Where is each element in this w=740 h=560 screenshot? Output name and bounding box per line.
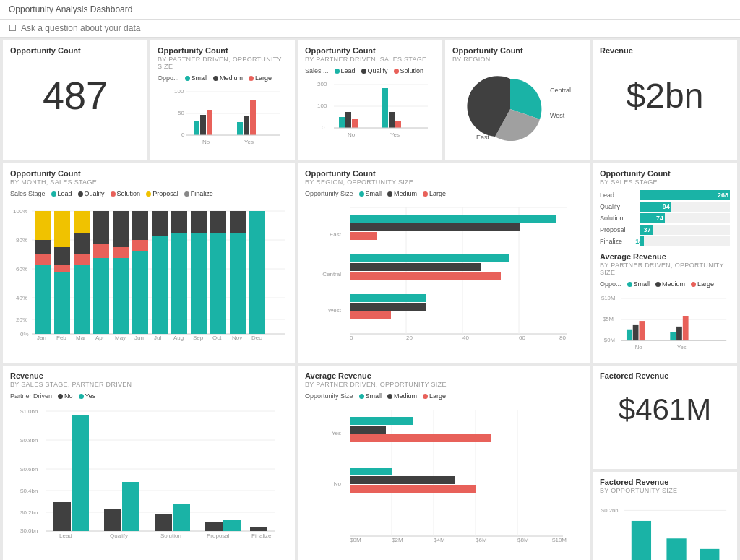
opp-month-chart: 100% 80% 60% 40% 20% 0%: [10, 200, 288, 341]
svg-rect-64: [132, 240, 148, 251]
svg-rect-166: [350, 434, 491, 442]
svg-rect-105: [350, 263, 481, 271]
svg-rect-109: [350, 303, 426, 311]
lead-legend: Lead: [51, 190, 72, 197]
opp-region-pie: Central West East: [452, 67, 582, 147]
avg-revenue-chart: $10M $5M $0M No Yes: [600, 290, 730, 356]
avg-rev-card-legend: Opportunity Size Small Medium Large: [305, 392, 582, 400]
svg-rect-176: [666, 538, 686, 560]
rev-stage-subtitle: BY SALES STAGE, PARTNER DRIVEN: [10, 381, 288, 388]
svg-text:$6M: $6M: [476, 537, 487, 543]
avg-revenue-subtitle: BY PARTNER DRIVEN, OPPORTUNITY SIZE: [600, 262, 730, 276]
rev-stage-title: Revenue: [10, 371, 288, 380]
svg-text:No: No: [348, 132, 356, 138]
svg-rect-100: [350, 215, 556, 223]
opp-region-title: Opportunity Count: [452, 46, 582, 55]
region-size-title: Opportunity Count: [305, 169, 582, 178]
app-title: Opportunity Analysis Dashboard: [9, 4, 132, 14]
card-factored-small: Factored Revenue BY OPPORTUNITY SIZE $0.…: [593, 472, 737, 560]
svg-rect-169: [350, 476, 455, 484]
region-size-chart: 0 20 40 60 80 East Central West: [305, 200, 582, 341]
qualify-row: Qualify 94: [600, 202, 730, 212]
legend-lead: Lead: [335, 67, 356, 74]
finalize-legend: Finalize: [184, 190, 213, 197]
svg-rect-6: [194, 121, 199, 135]
svg-rect-106: [350, 272, 501, 280]
svg-text:80: 80: [559, 335, 566, 341]
factored-size-chart: $0.2bn $0.0bn Large Medium Small: [600, 499, 730, 560]
svg-text:$0.4bn: $0.4bn: [20, 488, 38, 494]
svg-rect-72: [210, 211, 226, 233]
rev-stage-legend: Partner Driven No Yes: [10, 392, 288, 400]
svg-rect-119: [639, 321, 645, 340]
opp-partner-title: Opportunity Count: [158, 46, 288, 55]
svg-rect-51: [54, 265, 70, 272]
svg-text:200: 200: [317, 81, 327, 87]
proposal-legend: Proposal: [146, 190, 178, 197]
card-right-panel: Opportunity Count BY SALES STAGE Lead 26…: [593, 163, 737, 363]
svg-rect-26: [395, 121, 401, 128]
svg-rect-120: [670, 332, 676, 341]
svg-text:East: East: [330, 231, 342, 238]
svg-text:40%: 40%: [16, 295, 27, 301]
month-legend: Sales Stage Lead Qualify Solution Propos…: [10, 190, 288, 197]
proposal-row: Proposal 37: [600, 225, 730, 235]
svg-text:$0.0bn: $0.0bn: [20, 527, 38, 534]
svg-text:Jul: Jul: [154, 335, 161, 341]
svg-text:80%: 80%: [16, 237, 27, 244]
svg-text:$0M: $0M: [604, 337, 615, 343]
svg-text:60%: 60%: [16, 266, 27, 272]
svg-rect-118: [633, 325, 639, 340]
card-opportunity-count-big: Opportunity Count 487: [3, 40, 147, 160]
svg-rect-22: [345, 112, 351, 128]
sales-stage-card-title: Opportunity Count: [600, 169, 730, 178]
svg-rect-23: [352, 119, 358, 128]
svg-rect-177: [700, 549, 719, 560]
app-header: Opportunity Analysis Dashboard ☐: [0, 0, 740, 38]
svg-text:$8M: $8M: [517, 537, 529, 543]
svg-rect-143: [173, 504, 190, 531]
svg-text:$0.8bn: $0.8bn: [20, 437, 38, 444]
svg-text:$1.0bn: $1.0bn: [20, 408, 38, 415]
svg-text:Central: Central: [550, 87, 571, 94]
avg-rev-title: Average Revenue: [305, 371, 582, 380]
svg-text:Apr: Apr: [95, 335, 105, 341]
svg-rect-170: [350, 485, 476, 493]
svg-rect-175: [632, 521, 651, 560]
svg-text:20%: 20%: [16, 316, 27, 323]
svg-rect-145: [223, 520, 241, 531]
svg-rect-62: [113, 258, 129, 334]
svg-rect-21: [339, 117, 345, 128]
svg-text:40: 40: [462, 335, 469, 341]
svg-text:No: No: [334, 481, 342, 487]
svg-rect-11: [250, 100, 256, 135]
legend-oppo-label: Oppo...: [158, 74, 179, 82]
solution-row: Solution 74: [600, 213, 730, 223]
avg-revenue-horiz-chart: $0M $2M $4M $6M $8M $10M Yes No: [305, 402, 582, 543]
card-opp-month: Opportunity Count BY MONTH, SALES STAGE …: [3, 163, 295, 363]
svg-text:100: 100: [174, 88, 184, 95]
legend-medium: Medium: [213, 74, 243, 82]
svg-text:Yes: Yes: [332, 430, 341, 436]
factored-small-title: Factored Revenue: [600, 478, 730, 486]
svg-text:Mar: Mar: [76, 335, 86, 341]
svg-text:West: West: [328, 307, 342, 314]
svg-rect-52: [54, 272, 70, 334]
qa-input[interactable]: [21, 23, 238, 33]
card-factored-big: Factored Revenue $461M: [593, 366, 737, 469]
svg-rect-57: [93, 211, 109, 244]
qualify-legend: Qualify: [78, 190, 105, 197]
svg-rect-141: [122, 482, 139, 531]
region-size-subtitle: BY REGION, OPPORTUNITY SIZE: [305, 178, 582, 186]
svg-rect-139: [72, 415, 89, 531]
stage-bars: Lead 268 Qualify 94 Solution: [600, 190, 730, 246]
opp-partner-chart: 100 50 0 No Yes: [158, 85, 288, 153]
svg-text:Solution: Solution: [160, 533, 181, 539]
factored-rev-title: Factored Revenue: [600, 371, 730, 380]
revenue-title: Revenue: [600, 46, 730, 55]
region-size-legend: Opportunity Size Small Medium Large: [305, 190, 582, 197]
svg-rect-47: [35, 254, 51, 265]
svg-rect-7: [200, 115, 206, 135]
card-revenue-big: Revenue $2bn: [593, 40, 737, 160]
svg-text:$4M: $4M: [434, 537, 445, 543]
